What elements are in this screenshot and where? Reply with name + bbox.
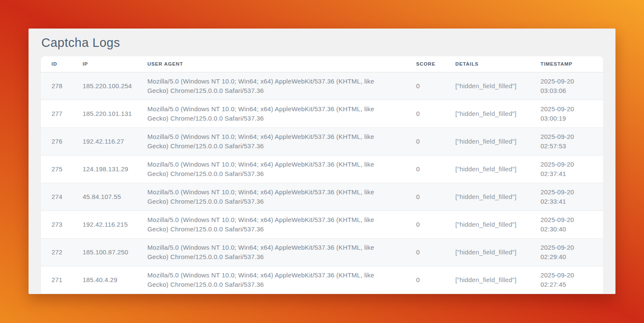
cell-timestamp: 2025-09-20 02:33:41 (530, 183, 603, 211)
cell-score: 0 (405, 155, 445, 183)
cell-score: 0 (405, 183, 445, 211)
cell-id: 276 (41, 127, 72, 155)
table-body: 278 185.220.100.254 Mozilla/5.0 (Windows… (41, 72, 603, 294)
cell-user-agent: Mozilla/5.0 (Windows NT 10.0; Win64; x64… (137, 127, 405, 155)
table-row: 271 185.40.4.29 Mozilla/5.0 (Windows NT … (41, 266, 603, 294)
cell-score: 0 (405, 127, 445, 155)
cell-ip: 185.220.101.131 (72, 100, 137, 127)
cell-ip: 192.42.116.215 (72, 211, 137, 238)
cell-score: 0 (405, 211, 445, 238)
table-header-row: ID IP USER AGENT SCORE DETAILS TIMESTAMP (41, 56, 603, 72)
column-header-details: DETAILS (445, 56, 530, 72)
cell-timestamp: 2025-09-20 03:00:19 (530, 100, 603, 127)
column-header-user-agent: USER AGENT (137, 56, 405, 72)
page-title: Captcha Logs (41, 36, 603, 49)
cell-id: 273 (41, 211, 72, 238)
cell-details: ["hidden_field_filled"] (445, 183, 530, 211)
table-row: 278 185.220.100.254 Mozilla/5.0 (Windows… (41, 72, 603, 100)
cell-user-agent: Mozilla/5.0 (Windows NT 10.0; Win64; x64… (137, 183, 405, 211)
captcha-logs-table-container: ID IP USER AGENT SCORE DETAILS TIMESTAMP… (41, 56, 603, 294)
cell-details: ["hidden_field_filled"] (445, 211, 530, 238)
cell-ip: 124.198.131.29 (72, 155, 137, 183)
table-row: 273 192.42.116.215 Mozilla/5.0 (Windows … (41, 211, 603, 238)
cell-timestamp: 2025-09-20 02:27:45 (530, 266, 603, 294)
captcha-logs-table: ID IP USER AGENT SCORE DETAILS TIMESTAMP… (41, 56, 603, 294)
column-header-timestamp: TIMESTAMP (530, 56, 603, 72)
cell-id: 272 (41, 238, 72, 266)
cell-details: ["hidden_field_filled"] (445, 72, 530, 100)
cell-ip: 192.42.116.27 (72, 127, 137, 155)
cell-details: ["hidden_field_filled"] (445, 238, 530, 266)
cell-id: 274 (41, 183, 72, 211)
cell-user-agent: Mozilla/5.0 (Windows NT 10.0; Win64; x64… (137, 266, 405, 294)
table-row: 272 185.100.87.250 Mozilla/5.0 (Windows … (41, 238, 603, 266)
cell-timestamp: 2025-09-20 02:37:41 (530, 155, 603, 183)
cell-timestamp: 2025-09-20 02:30:40 (530, 211, 603, 238)
cell-ip: 185.100.87.250 (72, 238, 137, 266)
cell-id: 275 (41, 155, 72, 183)
cell-score: 0 (405, 100, 445, 127)
table-row: 275 124.198.131.29 Mozilla/5.0 (Windows … (41, 155, 603, 183)
table-row: 274 45.84.107.55 Mozilla/5.0 (Windows NT… (41, 183, 603, 211)
cell-details: ["hidden_field_filled"] (445, 100, 530, 127)
cell-timestamp: 2025-09-20 02:57:53 (530, 127, 603, 155)
cell-details: ["hidden_field_filled"] (445, 266, 530, 294)
column-header-score: SCORE (405, 56, 445, 72)
cell-ip: 185.220.100.254 (72, 72, 137, 100)
cell-timestamp: 2025-09-20 02:29:40 (530, 238, 603, 266)
cell-score: 0 (405, 238, 445, 266)
cell-score: 0 (405, 72, 445, 100)
cell-timestamp: 2025-09-20 03:03:06 (530, 72, 603, 100)
page-background: { "page": { "title": "Captcha Logs" }, "… (0, 0, 644, 323)
cell-id: 277 (41, 100, 72, 127)
cell-user-agent: Mozilla/5.0 (Windows NT 10.0; Win64; x64… (137, 100, 405, 127)
cell-ip: 45.84.107.55 (72, 183, 137, 211)
column-header-id: ID (41, 56, 72, 72)
captcha-logs-card: Captcha Logs ID IP USER AGENT SCORE DETA… (29, 29, 615, 294)
cell-details: ["hidden_field_filled"] (445, 155, 530, 183)
table-row: 276 192.42.116.27 Mozilla/5.0 (Windows N… (41, 127, 603, 155)
column-header-ip: IP (72, 56, 137, 72)
cell-score: 0 (405, 266, 445, 294)
cell-user-agent: Mozilla/5.0 (Windows NT 10.0; Win64; x64… (137, 155, 405, 183)
cell-user-agent: Mozilla/5.0 (Windows NT 10.0; Win64; x64… (137, 72, 405, 100)
table-row: 277 185.220.101.131 Mozilla/5.0 (Windows… (41, 100, 603, 127)
cell-id: 271 (41, 266, 72, 294)
cell-user-agent: Mozilla/5.0 (Windows NT 10.0; Win64; x64… (137, 238, 405, 266)
cell-details: ["hidden_field_filled"] (445, 127, 530, 155)
cell-user-agent: Mozilla/5.0 (Windows NT 10.0; Win64; x64… (137, 211, 405, 238)
cell-id: 278 (41, 72, 72, 100)
cell-ip: 185.40.4.29 (72, 266, 137, 294)
